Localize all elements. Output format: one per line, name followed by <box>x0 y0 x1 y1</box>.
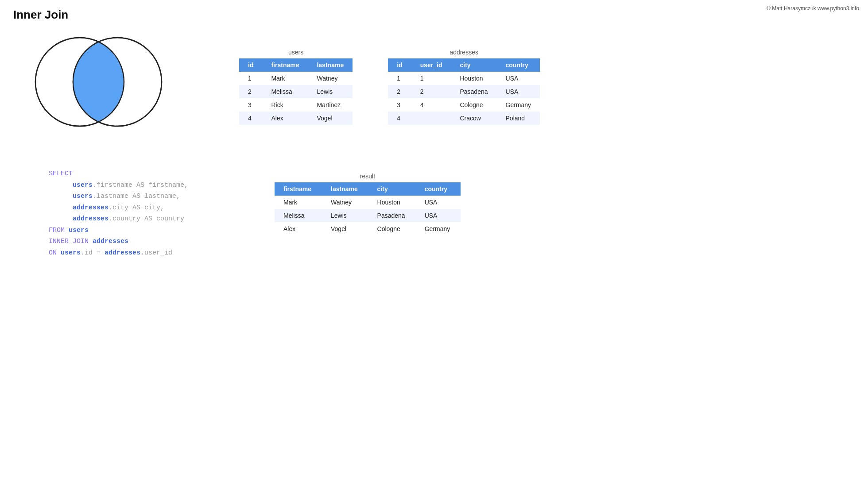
users-col-firstname: firstname <box>262 58 308 72</box>
result-col-lastname: lastname <box>322 182 368 196</box>
users-table: id firstname lastname 1MarkWatney2Meliss… <box>239 58 353 125</box>
table-row: MarkWatneyHoustonUSA <box>275 196 461 209</box>
result-col-country: country <box>416 182 461 196</box>
page-title: Inner Join <box>13 8 68 22</box>
sql-line5: addresses.country AS country <box>49 213 188 225</box>
addresses-table-label: addresses <box>450 49 478 56</box>
result-col-firstname: firstname <box>275 182 322 196</box>
users-table-label: users <box>288 49 303 56</box>
table-row: MelissaLewisPasadenaUSA <box>275 209 461 222</box>
addresses-col-country: country <box>497 58 540 72</box>
sql-line2: users.firstname AS firstname, <box>49 180 188 191</box>
addresses-col-user_id: user_id <box>411 58 451 72</box>
table-row: 3RickMartinez <box>239 98 353 112</box>
result-col-city: city <box>368 182 416 196</box>
users-col-lastname: lastname <box>308 58 353 72</box>
table-row: 4AlexVogel <box>239 112 353 125</box>
table-row: 4CracowPoland <box>388 112 540 125</box>
addresses-table: id user_id city country 11HoustonUSA22Pa… <box>388 58 540 125</box>
table-row: 1MarkWatney <box>239 72 353 85</box>
table-row: 22PasadenaUSA <box>388 85 540 98</box>
result-table-label: result <box>360 173 375 180</box>
table-row: 34CologneGermany <box>388 98 540 112</box>
users-table-section: users id firstname lastname 1MarkWatney2… <box>239 49 353 125</box>
copyright: © Matt Harasymczuk www.python3.info <box>767 5 859 12</box>
result-table: firstname lastname city country MarkWatn… <box>275 182 461 235</box>
sql-line7: INNER JOIN addresses <box>49 236 188 247</box>
sql-line8: ON users.id = addresses.user_id <box>49 247 188 259</box>
sql-line3: users.lastname AS lastname, <box>49 191 188 202</box>
table-row: AlexVogelCologneGermany <box>275 222 461 235</box>
sql-line6: FROM users <box>49 225 188 236</box>
table-row: 11HoustonUSA <box>388 72 540 85</box>
sql-block: SELECT users.firstname AS firstname, use… <box>49 168 188 258</box>
sql-line4: addresses.city AS city, <box>49 202 188 214</box>
venn-diagram <box>22 31 173 133</box>
addresses-col-city: city <box>451 58 496 72</box>
addresses-table-section: addresses id user_id city country 11Hous… <box>388 49 540 125</box>
table-row: 2MelissaLewis <box>239 85 353 98</box>
sql-line1: SELECT <box>49 168 188 180</box>
result-table-section: result firstname lastname city country M… <box>275 173 461 235</box>
users-col-id: id <box>239 58 262 72</box>
top-tables-section: users id firstname lastname 1MarkWatney2… <box>239 49 540 125</box>
addresses-col-id: id <box>388 58 411 72</box>
